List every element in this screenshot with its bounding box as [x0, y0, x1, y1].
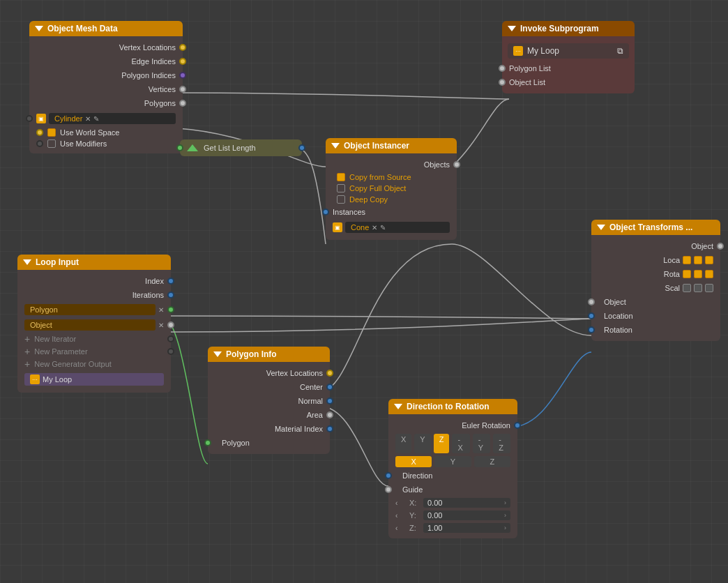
- rota-cb2[interactable]: [694, 270, 702, 278]
- index-socket: [167, 278, 174, 285]
- polygon-list-socket: [499, 65, 506, 72]
- axis-btn-nz[interactable]: -Z: [493, 434, 510, 453]
- axis-btn-ny[interactable]: -Y: [473, 434, 490, 453]
- transforms-triangle[interactable]: [597, 225, 605, 230]
- z-value-label: Z:: [409, 524, 420, 532]
- loop-input-triangle[interactable]: [23, 259, 31, 265]
- use-world-space-label: Use World Space: [60, 128, 119, 137]
- use-world-space-cb[interactable]: [47, 128, 56, 137]
- transforms-object-socket: [717, 243, 724, 250]
- new-generator-row[interactable]: + New Generator Output: [17, 358, 171, 370]
- x-value-field[interactable]: 0.00 ›: [423, 498, 510, 508]
- new-iterator-label: New Iterator: [34, 335, 76, 343]
- xyz-btn-x[interactable]: X: [395, 456, 432, 467]
- deep-copy-cb[interactable]: [337, 195, 345, 204]
- polygon-pill[interactable]: Polygon: [24, 304, 156, 315]
- cone-icon: ▣: [333, 222, 342, 232]
- use-modifiers-cb[interactable]: [47, 139, 56, 148]
- x-arrow-left: ‹: [395, 499, 407, 507]
- scal-cb1[interactable]: [683, 284, 691, 292]
- new-iterator-row[interactable]: + New Iterator: [17, 333, 171, 345]
- z-value: 1.00: [427, 524, 442, 532]
- polygon-indices-label: Polygon Indices: [36, 71, 176, 80]
- object-instancer-node: Object Instancer Objects Copy from Sourc…: [326, 138, 457, 240]
- collapse-triangle[interactable]: [35, 26, 43, 31]
- invoke-subprogram-title: Invoke Subprogram: [520, 24, 599, 33]
- loop-input-title: Loop Input: [36, 257, 79, 267]
- vertex-locations-socket: [179, 44, 186, 51]
- cylinder-edit[interactable]: ✎: [93, 115, 99, 123]
- object-pill[interactable]: Object: [24, 319, 156, 331]
- cone-edit[interactable]: ✎: [380, 224, 386, 232]
- vertex-locations-out-row: Vertex Locations: [208, 366, 330, 380]
- polygon-indices-socket: [179, 72, 186, 79]
- scal-cb3[interactable]: [705, 284, 713, 292]
- get-list-input-socket: [176, 144, 183, 151]
- object-list-socket: [499, 79, 506, 86]
- euler-rotation-row: Euler Rotation: [388, 418, 517, 432]
- axis-buttons-row: X Y Z -X -Y -Z: [388, 432, 517, 455]
- edge-indices-label: Edge Indices: [36, 57, 176, 66]
- invoke-subprogram-node: Invoke Subprogram ⋯ My Loop ⧉ Polygon Li…: [502, 21, 635, 93]
- instancer-collapse-triangle[interactable]: [331, 143, 340, 149]
- loca-cb2[interactable]: [694, 256, 702, 264]
- polygon-remove[interactable]: ✕: [158, 306, 164, 314]
- object-remove[interactable]: ✕: [158, 321, 164, 329]
- deep-copy-label: Deep Copy: [349, 195, 388, 204]
- copy-full-object-row: Copy Full Object: [326, 183, 457, 194]
- rota-cb1[interactable]: [683, 270, 691, 278]
- transforms-rotation-row: Rotation: [591, 323, 720, 337]
- transforms-rotation-socket: [588, 326, 595, 333]
- cone-pill[interactable]: Cone ✕ ✎: [345, 222, 450, 233]
- new-parameter-plus: +: [24, 347, 30, 356]
- rota-cb3[interactable]: [705, 270, 713, 278]
- xyz-btn-y[interactable]: Y: [434, 456, 471, 467]
- iterations-row: Iterations: [17, 288, 171, 302]
- polygons-socket: [179, 100, 186, 107]
- loop-input-body: Index Iterations Polygon ✕ Object ✕ +: [17, 270, 171, 393]
- y-value-field[interactable]: 0.00 ›: [423, 510, 510, 520]
- loca-cb3[interactable]: [705, 256, 713, 264]
- polygon-info-node: Polygon Info Vertex Locations Center Nor…: [208, 347, 330, 454]
- my-loop-badge-label: My Loop: [43, 375, 72, 384]
- copy-from-source-cb[interactable]: [337, 173, 345, 181]
- scal-cb2[interactable]: [694, 284, 702, 292]
- axis-btn-y[interactable]: Y: [414, 434, 430, 453]
- copy-full-object-cb[interactable]: [337, 184, 345, 192]
- objects-output-row: Objects: [326, 158, 457, 172]
- y-right-arrow: ›: [504, 512, 506, 519]
- polygon-info-triangle[interactable]: [213, 351, 222, 357]
- use-modifiers-socket: [36, 140, 43, 147]
- direction-input-row: Direction: [388, 469, 517, 483]
- y-arrow-left: ‹: [395, 512, 407, 520]
- loca-cb1[interactable]: [683, 256, 691, 264]
- xyz-btn-z[interactable]: Z: [474, 456, 510, 467]
- z-value-field[interactable]: 1.00 ›: [423, 523, 510, 533]
- transforms-object-out-label: Object: [598, 298, 626, 306]
- axis-btn-z[interactable]: Z: [434, 434, 450, 453]
- material-index-row: Material Index: [208, 422, 330, 436]
- cylinder-row: ▣ Cylinder ✕ ✎: [29, 110, 183, 127]
- center-label: Center: [215, 383, 323, 391]
- new-parameter-row[interactable]: + New Parameter: [17, 345, 171, 358]
- polygons-label: Polygons: [36, 99, 176, 107]
- axis-btn-nx[interactable]: -X: [452, 434, 469, 453]
- cylinder-x[interactable]: ✕: [85, 115, 91, 123]
- cone-x[interactable]: ✕: [372, 224, 377, 232]
- cone-label: Cone: [351, 223, 369, 232]
- object-transforms-header: Object Transforms ...: [591, 220, 720, 235]
- direction-triangle[interactable]: [394, 404, 402, 409]
- axis-btn-x[interactable]: X: [395, 434, 411, 453]
- my-loop-btn[interactable]: ⋯ My Loop ⧉: [508, 43, 629, 59]
- my-loop-badge: ⋯ My Loop: [24, 373, 164, 386]
- cylinder-pill[interactable]: Cylinder ✕ ✎: [49, 113, 176, 124]
- objects-label: Objects: [333, 160, 450, 169]
- object-list-label: Object List: [509, 78, 545, 86]
- x-value-row: ‹ X: 0.00 ›: [388, 497, 517, 509]
- vertex-locations-out-label: Vertex Locations: [215, 369, 323, 377]
- invoke-collapse-triangle[interactable]: [508, 26, 516, 31]
- new-generator-plus: +: [24, 359, 30, 369]
- get-list-output-socket: [298, 144, 305, 151]
- iterations-label: Iterations: [24, 291, 164, 299]
- direction-label: Direction: [395, 471, 432, 480]
